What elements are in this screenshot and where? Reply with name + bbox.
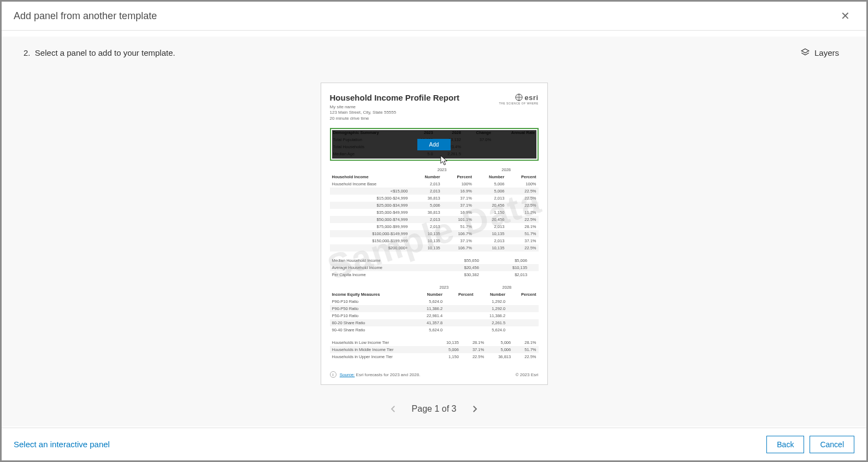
layers-label: Layers [814,48,839,57]
logo-text: esri [524,93,538,102]
table-row: $100,000-$149,99910,135106.7%10,13551.7% [330,230,539,237]
site-address: 123 Main Street, City, State 55555 [330,110,460,115]
add-button[interactable]: Add [417,139,451,150]
table-row: Household Income Base2,013100%5,006100% [330,180,539,188]
table-row: $150,000-$199,99910,13537.1%2,01337.1% [330,237,539,244]
step-text: Select a panel to add to your template. [35,48,175,57]
esri-logo: esri THE SCIENCE OF WHERE [499,93,539,105]
report-title: Household Income Profile Report [330,93,460,102]
table-row: Average Household Income$20,456$10,135 [330,264,539,271]
income-section-header: Household Income [330,173,410,180]
table-row: 80-20 Share Ratio41,357.82,261.5 [330,319,539,326]
interactive-panel-link[interactable]: Select an interactive panel [14,440,110,449]
step-instruction: 2. Select a panel to add to your templat… [23,48,175,57]
equity-section-header: Income Equity Measures [330,291,413,298]
table-row: P90-P50 Ratio11,386.21,292.0 [330,305,539,312]
chevron-right-icon[interactable] [467,401,482,417]
table-row: Per Capita Income$30,382$2,013 [330,271,539,278]
table-row: Median Household Income$55,650$5,006 [330,257,539,264]
table-row: Households in Upper Income Tier1,15022.5… [330,353,539,360]
table-row: $200,000+10,135106.7%10,13522.5% [330,244,539,252]
table-row: P50-P10 Ratio22,981.411,386.2 [330,312,539,319]
dialog-body: 2. Select a panel to add to your templat… [2,37,866,426]
copyright-text: © 2023 Esri [516,372,539,377]
table-row: 90-40 Share Ratio5,624.05,624.0 [330,326,539,334]
cancel-button[interactable]: Cancel [810,436,854,453]
table-row: $35,000-$49,99936,81316.9%1,15011.2% [330,209,539,216]
table-row: $50,000-$74,9992,013101.1%20,45622.5% [330,216,539,223]
source-text: Esri forecasts for 2023 and 2028. [356,372,421,377]
table-row: <$15,0002,01316.9%5,00622.5% [330,188,539,195]
tiers-table: Households in Low Income Tier10,13528.1%… [330,339,539,360]
report-header: Household Income Profile Report My site … [330,93,539,121]
report-subtitle: My site name 123 Main Street, City, Stat… [330,104,460,121]
toolbar: 2. Select a panel to add to your templat… [2,37,866,61]
table-row: $25,000-$34,9995,00637.1%20,45622.5% [330,202,539,209]
pager: Page 1 of 3 [386,401,483,417]
close-icon[interactable]: ✕ [836,7,854,25]
selected-panel[interactable]: Demographic Summary20232028ChangeAnnual … [330,128,539,161]
table-row: $15,000-$24,99936,81337.1%2,01322.5% [330,195,539,202]
report-footer: i Source: Esri forecasts for 2023 and 20… [330,371,539,378]
panel-overlay: Add [332,130,536,159]
globe-icon [515,93,523,102]
table-row: Households in Middle Income Tier5,00637.… [330,346,539,353]
equity-table: 20232028 Income Equity MeasuresNumberPer… [330,284,539,334]
step-number: 2. [23,48,31,57]
table-row: $75,000-$99,9992,01351.7%2,01328.1% [330,223,539,230]
back-button[interactable]: Back [766,436,804,453]
table-row: Households in Low Income Tier10,13528.1%… [330,339,539,346]
income-stats-table: Median Household Income$55,650$5,006Aver… [330,257,539,278]
logo-tagline: THE SCIENCE OF WHERE [499,102,539,105]
chevron-left-icon [386,401,401,417]
layers-icon [800,48,810,57]
dialog-footer: Select an interactive panel Back Cancel [2,428,866,460]
report-page[interactable]: Sample Data Household Income Profile Rep… [321,83,548,385]
site-name: My site name [330,104,460,110]
dialog-header: Add panel from another template ✕ [2,2,866,31]
table-row: P90-P10 Ratio5,624.01,292.0 [330,298,539,305]
dialog-title: Add panel from another template [14,10,157,22]
info-icon: i [330,371,336,378]
layers-button[interactable]: Layers [795,44,845,61]
pager-label: Page 1 of 3 [412,404,457,414]
source-link[interactable]: Source: [340,372,355,377]
income-table: 20232028 Household IncomeNumberPercentNu… [330,166,539,252]
site-drivetime: 20 minute drive time [330,116,460,121]
svg-marker-0 [801,49,809,53]
